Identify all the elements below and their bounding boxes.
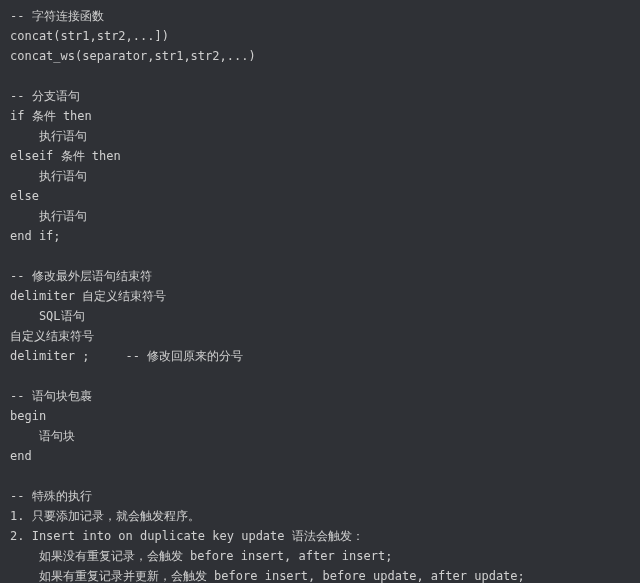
code-block: -- 字符连接函数concat(str1,str2,...])concat_ws… bbox=[0, 0, 640, 583]
code-line: end bbox=[10, 446, 630, 466]
code-line: 2. Insert into on duplicate key update 语… bbox=[10, 526, 630, 546]
code-line: elseif 条件 then bbox=[10, 146, 630, 166]
code-line bbox=[10, 366, 630, 386]
code-line bbox=[10, 66, 630, 86]
code-line: -- 修改最外层语句结束符 bbox=[10, 266, 630, 286]
code-line: 自定义结束符号 bbox=[10, 326, 630, 346]
code-line: -- 语句块包裹 bbox=[10, 386, 630, 406]
code-line: 执行语句 bbox=[10, 126, 630, 146]
code-line: delimiter ; -- 修改回原来的分号 bbox=[10, 346, 630, 366]
code-line: else bbox=[10, 186, 630, 206]
code-line: if 条件 then bbox=[10, 106, 630, 126]
code-line: end if; bbox=[10, 226, 630, 246]
code-line: concat_ws(separator,str1,str2,...) bbox=[10, 46, 630, 66]
code-line: -- 字符连接函数 bbox=[10, 6, 630, 26]
code-line: SQL语句 bbox=[10, 306, 630, 326]
code-line: 执行语句 bbox=[10, 206, 630, 226]
code-line: begin bbox=[10, 406, 630, 426]
code-line: delimiter 自定义结束符号 bbox=[10, 286, 630, 306]
code-line: concat(str1,str2,...]) bbox=[10, 26, 630, 46]
code-line: 1. 只要添加记录，就会触发程序。 bbox=[10, 506, 630, 526]
code-line: 如果有重复记录并更新，会触发 before insert, before upd… bbox=[10, 566, 630, 583]
code-line: 语句块 bbox=[10, 426, 630, 446]
code-line: -- 特殊的执行 bbox=[10, 486, 630, 506]
code-line bbox=[10, 466, 630, 486]
code-line: 如果没有重复记录，会触发 before insert, after insert… bbox=[10, 546, 630, 566]
code-line bbox=[10, 246, 630, 266]
code-line: 执行语句 bbox=[10, 166, 630, 186]
code-line: -- 分支语句 bbox=[10, 86, 630, 106]
